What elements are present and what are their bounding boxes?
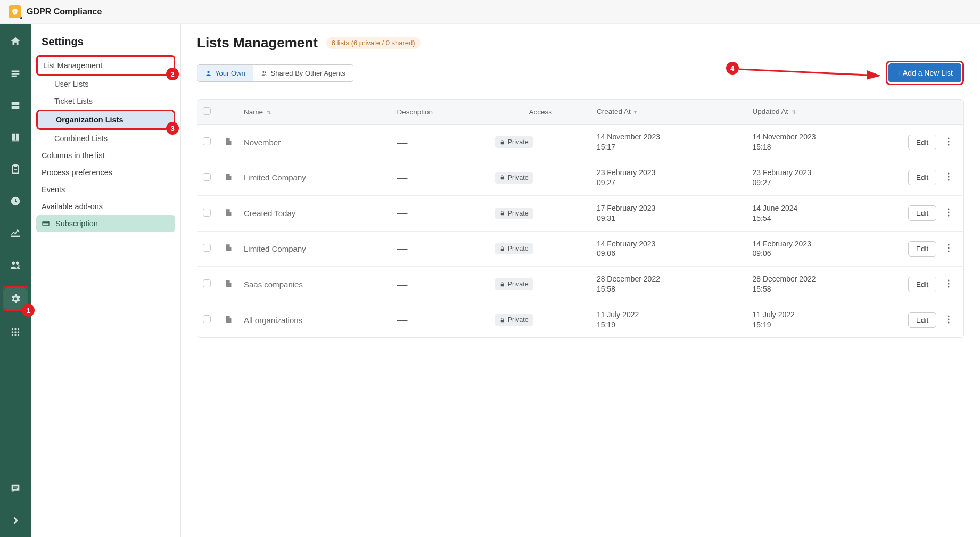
svg-rect-24 bbox=[13, 488, 16, 489]
row-more-menu[interactable] bbox=[942, 302, 963, 337]
row-name[interactable]: Limited Company bbox=[238, 231, 392, 267]
svg-rect-3 bbox=[12, 76, 17, 77]
row-checkbox[interactable] bbox=[203, 209, 211, 217]
lock-icon bbox=[499, 175, 505, 180]
row-description: — bbox=[392, 125, 490, 160]
nav-lists-icon[interactable] bbox=[4, 62, 27, 85]
person-icon bbox=[205, 70, 212, 77]
annotation-2: 2 bbox=[166, 68, 179, 80]
row-checkbox[interactable] bbox=[203, 315, 211, 323]
access-badge: Private bbox=[495, 243, 533, 254]
sidebar-item-list-management[interactable]: List Management bbox=[38, 57, 174, 74]
add-new-list-button[interactable]: + Add a New List bbox=[888, 63, 961, 82]
organization-icon bbox=[224, 315, 233, 324]
svg-point-54 bbox=[948, 321, 949, 323]
svg-point-15 bbox=[14, 328, 17, 331]
edit-button[interactable]: Edit bbox=[908, 241, 936, 257]
edit-button[interactable]: Edit bbox=[908, 205, 936, 221]
nav-chart-icon[interactable] bbox=[4, 222, 27, 244]
svg-rect-25 bbox=[43, 221, 49, 226]
nav-home-icon[interactable] bbox=[4, 30, 27, 53]
nav-book-icon[interactable] bbox=[4, 126, 27, 148]
row-created: 14 February 2023 09:06 bbox=[591, 231, 747, 267]
svg-point-12 bbox=[16, 262, 19, 265]
sidebar-item-columns[interactable]: Columns in the list bbox=[36, 147, 175, 164]
svg-rect-51 bbox=[500, 320, 504, 322]
tab-your-own[interactable]: Your Own bbox=[197, 65, 253, 81]
svg-point-49 bbox=[948, 283, 949, 284]
nav-users-icon[interactable] bbox=[4, 254, 27, 276]
col-updated[interactable]: Updated At ⇅ bbox=[747, 100, 903, 125]
sidebar-item-subscription[interactable]: Subscription bbox=[36, 215, 175, 232]
svg-rect-39 bbox=[500, 213, 504, 215]
nav-apps-icon[interactable] bbox=[4, 321, 27, 343]
svg-point-19 bbox=[18, 331, 20, 333]
row-name[interactable]: Limited Company bbox=[238, 160, 392, 195]
edit-button[interactable]: Edit bbox=[908, 135, 936, 150]
sidebar-item-addons[interactable]: Available add-ons bbox=[36, 198, 175, 215]
row-updated: 14 February 2023 09:06 bbox=[747, 231, 903, 267]
row-more-menu[interactable] bbox=[942, 195, 963, 231]
col-created[interactable]: Created At ▾ bbox=[591, 100, 747, 125]
nav-comment-icon[interactable] bbox=[4, 477, 27, 500]
row-checkbox[interactable] bbox=[203, 173, 211, 181]
row-checkbox[interactable] bbox=[203, 244, 211, 252]
nav-clock-icon[interactable] bbox=[4, 190, 27, 212]
access-badge: Private bbox=[495, 136, 533, 148]
svg-point-34 bbox=[948, 144, 949, 145]
settings-sidebar: Settings List Management 2 User Lists Ti… bbox=[31, 24, 181, 537]
edit-button[interactable]: Edit bbox=[908, 277, 936, 292]
tab-shared-by-others[interactable]: Shared By Other Agents bbox=[253, 65, 353, 81]
sidebar-item-user-lists[interactable]: User Lists bbox=[36, 76, 175, 93]
col-name[interactable]: Name ⇅ bbox=[238, 100, 392, 125]
sidebar-item-ticket-lists[interactable]: Ticket Lists bbox=[36, 93, 175, 110]
svg-point-29 bbox=[265, 71, 266, 73]
row-name[interactable]: Created Today bbox=[238, 195, 392, 231]
access-badge: Private bbox=[495, 208, 533, 219]
row-description: — bbox=[392, 160, 490, 195]
table-row: Saas companies— Private28 December 2022 … bbox=[197, 266, 963, 302]
svg-line-30 bbox=[739, 69, 879, 76]
nav-chevron-right-icon[interactable] bbox=[4, 509, 27, 532]
row-more-menu[interactable] bbox=[942, 125, 963, 160]
svg-rect-35 bbox=[500, 177, 504, 179]
svg-rect-0 bbox=[14, 11, 15, 13]
row-more-menu[interactable] bbox=[942, 231, 963, 267]
edit-button[interactable]: Edit bbox=[908, 312, 936, 328]
annotation-1: 1 bbox=[22, 304, 35, 317]
row-more-menu[interactable] bbox=[942, 160, 963, 195]
sidebar-item-organization-lists[interactable]: Organization Lists bbox=[38, 111, 174, 128]
svg-point-17 bbox=[12, 331, 14, 333]
table-row: Limited Company— Private14 February 2023… bbox=[197, 231, 963, 267]
row-name[interactable]: Saas companies bbox=[238, 266, 392, 302]
page-title: Lists Management bbox=[197, 35, 318, 51]
svg-point-46 bbox=[948, 250, 949, 252]
row-name[interactable]: All organizations bbox=[238, 302, 392, 337]
row-name[interactable]: November bbox=[238, 125, 392, 160]
svg-rect-8 bbox=[14, 164, 17, 167]
row-more-menu[interactable] bbox=[942, 266, 963, 302]
edit-button[interactable]: Edit bbox=[908, 170, 936, 185]
nav-clipboard-icon[interactable] bbox=[4, 158, 27, 180]
row-checkbox[interactable] bbox=[203, 137, 211, 145]
svg-rect-2 bbox=[12, 73, 20, 75]
access-badge: Private bbox=[495, 172, 533, 184]
svg-rect-43 bbox=[500, 249, 504, 251]
organization-icon bbox=[224, 279, 233, 288]
sidebar-item-events[interactable]: Events bbox=[36, 181, 175, 198]
row-checkbox[interactable] bbox=[203, 279, 211, 287]
svg-point-37 bbox=[948, 176, 949, 178]
nav-cards-icon[interactable] bbox=[4, 94, 27, 117]
sidebar-item-process-preferences[interactable]: Process preferences bbox=[36, 164, 175, 181]
row-description: — bbox=[392, 302, 490, 337]
sidebar-item-combined-lists[interactable]: Combined Lists bbox=[36, 130, 175, 147]
svg-point-45 bbox=[948, 247, 949, 249]
svg-rect-13 bbox=[19, 265, 20, 267]
svg-rect-47 bbox=[500, 284, 504, 286]
select-all-checkbox[interactable] bbox=[203, 107, 211, 115]
annotation-4: 4 bbox=[726, 62, 739, 75]
table-row: Limited Company— Private23 February 2023… bbox=[197, 160, 963, 195]
lists-table: Name ⇅ Description Access Created At ▾ U… bbox=[197, 99, 964, 338]
svg-rect-31 bbox=[500, 142, 504, 144]
row-created: 17 February 2023 09:31 bbox=[591, 195, 747, 231]
